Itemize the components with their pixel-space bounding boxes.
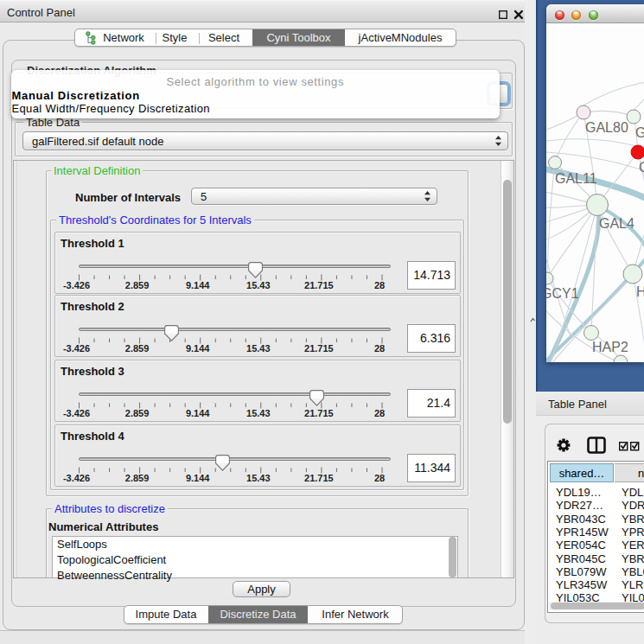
svg-text:C: C — [639, 160, 644, 175]
svg-text:GCY1: GCY1 — [546, 286, 579, 301]
svg-text:GAL11: GAL11 — [555, 171, 597, 186]
svg-text:H: H — [636, 284, 644, 299]
svg-text:GA: GA — [635, 125, 644, 140]
svg-text:GAL80: GAL80 — [585, 120, 628, 135]
svg-text:GAL4: GAL4 — [599, 216, 634, 231]
svg-text:HAP2: HAP2 — [592, 340, 628, 354]
